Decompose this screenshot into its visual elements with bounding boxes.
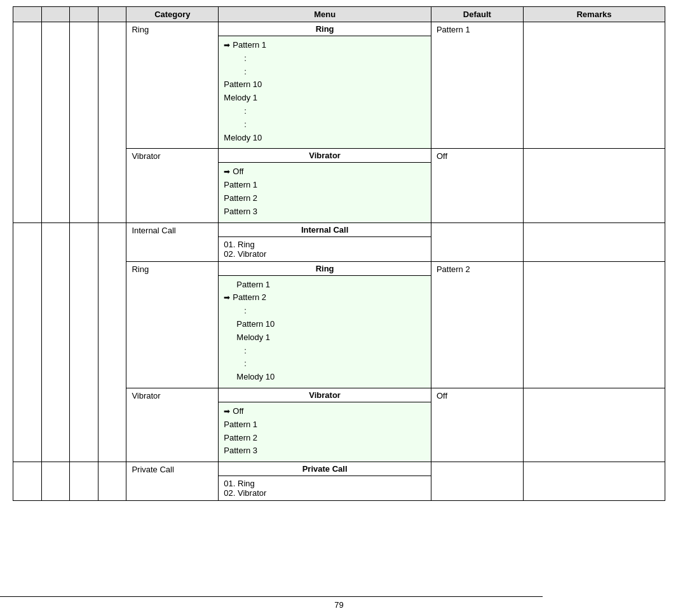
footer-divider xyxy=(0,596,543,597)
list-item: Pattern 1 xyxy=(224,418,426,432)
ring2-menu-header: Ring xyxy=(219,262,431,276)
internal-call-menu-header: Internal Call xyxy=(219,223,431,237)
list-item: Pattern 1 xyxy=(224,179,426,192)
cat2-cell xyxy=(41,462,70,501)
list-item: Pattern 3 xyxy=(224,444,426,458)
arrow-icon: ➡ xyxy=(224,39,230,51)
list-item: Melody 1 xyxy=(224,331,426,345)
col-header-default: Default xyxy=(431,7,523,22)
internal-call-remarks xyxy=(523,222,665,261)
internal-call-items: 01. Ring 02. Vibrator xyxy=(219,237,431,261)
list-item: 02. Vibrator xyxy=(224,488,426,498)
list-item: 01. Ring xyxy=(224,479,426,488)
list-item: Melody 1 xyxy=(224,92,426,105)
list-item: 02. Vibrator xyxy=(224,249,426,259)
list-item: Pattern 1 xyxy=(224,278,426,292)
cat3-cell xyxy=(70,462,98,501)
cat1-cell xyxy=(13,462,42,501)
internal-call-default xyxy=(431,222,523,261)
list-item: ➡ Pattern 2 xyxy=(224,291,426,305)
page-number: 79 xyxy=(334,600,343,610)
table-row: Ring Ring ➡ Pattern 1 : : xyxy=(13,22,665,149)
list-item: Melody 10 xyxy=(224,371,426,384)
vibrator-menu-cell: Vibrator ➡ Off Pattern 1 Pattern 2 xyxy=(219,149,431,222)
cat2-cell xyxy=(41,22,70,223)
vibrator2-default: Off xyxy=(431,388,523,462)
list-item: : xyxy=(224,118,426,132)
private-call-menu-cell: Private Call 01. Ring 02. Vibrator xyxy=(219,462,431,501)
list-item: Pattern 2 xyxy=(224,432,426,445)
private-call-remarks xyxy=(523,462,665,501)
cat4-cell xyxy=(98,462,126,501)
arrow-icon: ➡ xyxy=(224,406,230,418)
page-footer: 79 xyxy=(0,590,678,616)
ring2-menu-items: Pattern 1 ➡ Pattern 2 : Pattern 10 xyxy=(219,276,431,388)
ring2-menu-cell: Ring Pattern 1 ➡ Pattern 2 : xyxy=(219,261,431,388)
table-row: Internal Call Internal Call 01. Ring 02.… xyxy=(13,222,665,261)
list-item: ➡ Off xyxy=(224,165,426,179)
col-header-category: Category xyxy=(126,7,219,22)
ring-menu-header: Ring xyxy=(219,22,431,36)
col-header-cat2 xyxy=(41,7,70,22)
vibrator-default: Off xyxy=(431,149,523,222)
cat1-cell xyxy=(13,222,42,462)
ring-remarks xyxy=(523,22,665,149)
list-item: ➡ Off xyxy=(224,405,426,418)
private-call-label: Private Call xyxy=(126,462,219,501)
private-call-menu-header: Private Call xyxy=(219,462,431,476)
page-wrapper: Category Menu Default Remarks Ring Ring xyxy=(0,0,678,590)
internal-call-label: Internal Call xyxy=(126,222,219,261)
list-item: : xyxy=(224,345,426,358)
vibrator2-remarks xyxy=(523,388,665,462)
cat3-cell xyxy=(70,222,98,462)
vibrator-label: Vibrator xyxy=(126,149,219,222)
private-call-default xyxy=(431,462,523,501)
list-item: 01. Ring xyxy=(224,240,426,249)
ring-label: Ring xyxy=(126,22,219,149)
private-call-items: 01. Ring 02. Vibrator xyxy=(219,476,431,500)
list-item: : xyxy=(224,52,426,65)
list-item: : xyxy=(224,65,426,79)
col-header-cat1 xyxy=(13,7,42,22)
list-item: Melody 10 xyxy=(224,132,426,145)
main-table: Category Menu Default Remarks Ring Ring xyxy=(13,6,665,501)
cat4-cell xyxy=(98,222,126,462)
col-header-cat4 xyxy=(98,7,126,22)
list-item: Pattern 10 xyxy=(224,78,426,92)
ring2-default: Pattern 2 xyxy=(431,261,523,388)
ring-menu-items: ➡ Pattern 1 : : Pattern 10 xyxy=(219,36,431,148)
vibrator2-label: Vibrator xyxy=(126,388,219,462)
cat3-cell xyxy=(70,22,98,223)
list-item: : xyxy=(224,105,426,118)
vibrator2-menu-items: ➡ Off Pattern 1 Pattern 2 Pattern 3 xyxy=(219,402,431,462)
cat2-cell xyxy=(41,222,70,462)
ring-default: Pattern 1 xyxy=(431,22,523,149)
list-item: Pattern 2 xyxy=(224,192,426,205)
arrow-icon: ➡ xyxy=(224,166,230,178)
col-header-remarks: Remarks xyxy=(523,7,665,22)
list-item: Pattern 10 xyxy=(224,318,426,331)
vibrator2-menu-cell: Vibrator ➡ Off Pattern 1 Pattern 2 xyxy=(219,388,431,462)
list-item: Pattern 3 xyxy=(224,205,426,219)
table-row: Private Call Private Call 01. Ring 02. V… xyxy=(13,462,665,501)
cat4-cell xyxy=(98,22,126,223)
col-header-cat3 xyxy=(70,7,98,22)
vibrator-menu-header: Vibrator xyxy=(219,149,431,163)
vibrator2-menu-header: Vibrator xyxy=(219,388,431,402)
vibrator-menu-items: ➡ Off Pattern 1 Pattern 2 Pattern 3 xyxy=(219,163,431,222)
list-item: ➡ Pattern 1 xyxy=(224,39,426,52)
ring2-remarks xyxy=(523,261,665,388)
vibrator-remarks xyxy=(523,149,665,222)
list-item: : xyxy=(224,357,426,371)
col-header-menu: Menu xyxy=(219,7,431,22)
ring2-label: Ring xyxy=(126,261,219,388)
internal-call-menu-cell: Internal Call 01. Ring 02. Vibrator xyxy=(219,222,431,261)
list-item: : xyxy=(224,305,426,318)
ring-menu-cell: Ring ➡ Pattern 1 : : Pattern xyxy=(219,22,431,149)
cat1-cell xyxy=(13,22,42,223)
arrow-icon: ➡ xyxy=(224,292,230,304)
